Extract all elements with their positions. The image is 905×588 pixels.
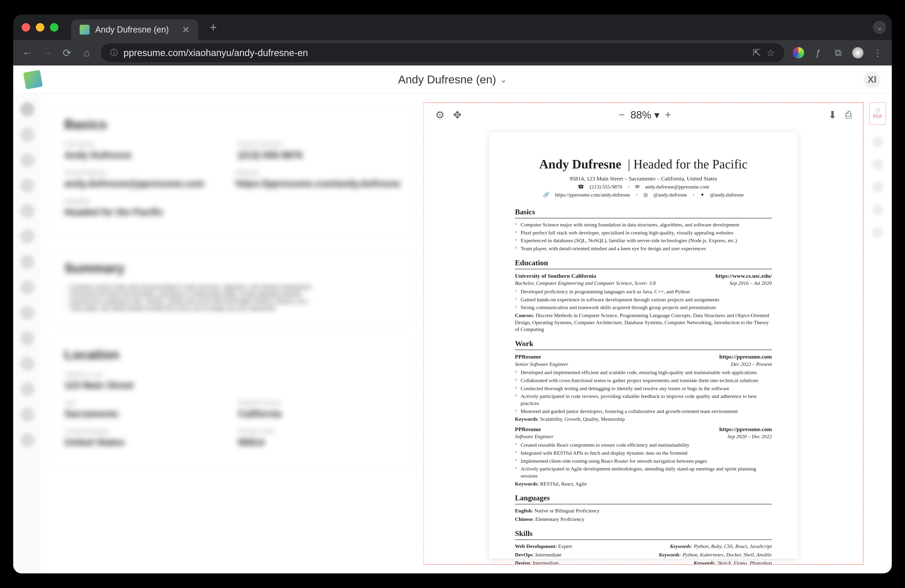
maximize-window-button[interactable] bbox=[50, 23, 59, 32]
rail-item[interactable] bbox=[20, 230, 34, 244]
address-bar: ← → ⟳ ⌂ ⓘ ppresume.com/xiaohanyu/andy-du… bbox=[13, 40, 892, 65]
resume-url: https://ppresume.com/andy.dufresne bbox=[555, 191, 630, 198]
bullet: Developed and implemented efficient and … bbox=[515, 369, 772, 376]
summary-bullet[interactable]: Team player, with detail-oriented mindse… bbox=[64, 305, 400, 311]
extension-icon[interactable]: ƒ bbox=[813, 47, 824, 59]
country-field[interactable]: United States bbox=[64, 437, 227, 448]
close-tab-icon[interactable]: ✕ bbox=[182, 24, 190, 35]
field-label: Full Name bbox=[64, 140, 227, 148]
document-title-dropdown[interactable]: Andy Dufresne (en) ⌄ bbox=[41, 73, 864, 86]
close-window-button[interactable] bbox=[22, 23, 30, 32]
rail-item[interactable] bbox=[20, 331, 34, 346]
browser-tab[interactable]: Andy Dufresne (en) ✕ bbox=[71, 19, 198, 40]
rail-item[interactable] bbox=[20, 128, 34, 142]
summary-bullet[interactable]: Pixel perfect full stack web developer, … bbox=[64, 291, 400, 297]
right-rail-item[interactable] bbox=[872, 204, 883, 215]
rail-item[interactable] bbox=[20, 306, 34, 320]
phone-field[interactable]: (213) 555-9876 bbox=[238, 150, 400, 160]
url-input[interactable]: ⓘ ppresume.com/xiaohanyu/andy-dufresne-e… bbox=[101, 43, 784, 62]
card-title: Location bbox=[64, 347, 400, 362]
headline-field[interactable]: Headed for the Pacific bbox=[64, 207, 400, 217]
rail-item[interactable] bbox=[20, 382, 34, 396]
preview-scroll[interactable]: Andy Dufresne | Headed for the Pacific 9… bbox=[424, 127, 863, 564]
rail-item[interactable] bbox=[20, 204, 34, 218]
zoom-level[interactable]: 88% ▾ bbox=[630, 109, 659, 121]
workspace: Basics Full NameAndy Dufresne Phone Numb… bbox=[13, 94, 892, 574]
city-field[interactable]: Sacramento bbox=[64, 409, 227, 419]
work-dates: Sep 2020 – Dec 2022 bbox=[727, 433, 772, 440]
zoom-out-icon[interactable]: − bbox=[619, 109, 625, 120]
rail-item[interactable] bbox=[20, 153, 34, 167]
zoom-in-icon[interactable]: + bbox=[665, 109, 671, 120]
profile-avatar-icon[interactable] bbox=[852, 47, 864, 59]
section-title-skills: Skills bbox=[515, 528, 772, 540]
state-field[interactable]: California bbox=[238, 409, 400, 419]
browser-menu-icon[interactable]: ⋮ bbox=[872, 47, 883, 59]
download-icon[interactable]: ⬇ bbox=[828, 109, 837, 121]
settings-icon[interactable]: ⚙ bbox=[435, 109, 445, 121]
edu-school: University of Southern California bbox=[515, 272, 596, 280]
tab-overflow-button[interactable]: ⌄ bbox=[873, 21, 886, 34]
website-field[interactable]: https://ppresume.com/andy.dufresne bbox=[236, 178, 400, 189]
extension-icon[interactable] bbox=[793, 47, 804, 59]
resume-handle: @andy.dufresne bbox=[654, 191, 687, 198]
card-title: Basics bbox=[64, 117, 400, 132]
rail-item[interactable] bbox=[20, 255, 34, 269]
pdf-icon: 📄 bbox=[875, 108, 881, 114]
rail-item[interactable] bbox=[20, 357, 34, 371]
pdf-label: PDF bbox=[873, 114, 882, 119]
app-logo[interactable] bbox=[23, 70, 43, 89]
summary-bullet[interactable]: Experienced in databases (SQL, NoSQL), f… bbox=[64, 298, 400, 304]
rail-item[interactable] bbox=[20, 179, 34, 193]
user-avatar[interactable]: XI bbox=[864, 71, 881, 88]
work-role: Senior Software Engineer bbox=[515, 361, 568, 368]
section-title-languages: Languages bbox=[515, 493, 772, 504]
site-info-icon[interactable]: ⓘ bbox=[110, 48, 118, 58]
summary-bullet[interactable]: Computer Science major with strong found… bbox=[64, 284, 400, 290]
summary-card: Summary Computer Science major with stro… bbox=[53, 249, 412, 324]
new-tab-button[interactable]: + bbox=[204, 20, 222, 34]
rail-item[interactable] bbox=[20, 281, 34, 295]
rail-item[interactable] bbox=[20, 433, 34, 447]
social-icon: ◎ bbox=[643, 191, 648, 198]
bullet: Developed proficiency in programming lan… bbox=[515, 288, 772, 295]
bullet: Conducted thorough testing and debugging… bbox=[515, 385, 772, 392]
back-button[interactable]: ← bbox=[22, 47, 33, 59]
skill-row: DevOps: Intermediate Keywords: Python, K… bbox=[515, 551, 772, 558]
full-name-field[interactable]: Andy Dufresne bbox=[64, 150, 227, 160]
extensions-menu-icon[interactable]: ⧉ bbox=[832, 47, 844, 59]
bullet: Gained hands-on experience in software d… bbox=[515, 296, 772, 303]
rail-item[interactable] bbox=[20, 407, 34, 422]
app-header: Andy Dufresne (en) ⌄ XI bbox=[13, 65, 892, 94]
email-field[interactable]: andy.dufresne@ppresume.com bbox=[64, 178, 224, 189]
bookmark-icon[interactable]: ☆ bbox=[767, 48, 775, 58]
open-external-icon[interactable]: ⇱ bbox=[753, 48, 761, 58]
export-pdf-button[interactable]: 📄 PDF bbox=[869, 102, 886, 125]
right-rail: 📄 PDF bbox=[864, 94, 892, 574]
address-field[interactable]: 123 Main Street bbox=[64, 380, 400, 391]
forward-button[interactable]: → bbox=[41, 47, 53, 59]
reload-button[interactable]: ⟳ bbox=[61, 47, 73, 59]
email-icon: ✉ bbox=[635, 183, 639, 190]
separator: • bbox=[628, 183, 630, 190]
right-rail-item[interactable] bbox=[872, 159, 883, 170]
bullet: Actively participated in Agile developme… bbox=[515, 465, 772, 479]
minimize-window-button[interactable] bbox=[36, 23, 44, 32]
right-rail-item[interactable] bbox=[872, 227, 883, 238]
work-keywords: Keywords: Scalability, Growth, Quality, … bbox=[515, 415, 772, 423]
move-icon[interactable]: ✥ bbox=[453, 109, 462, 121]
tab-title: Andy Dufresne (en) bbox=[95, 25, 176, 35]
bullet: Team player, with detail-oriented mindse… bbox=[515, 245, 772, 252]
field-label: City bbox=[64, 399, 227, 407]
section-title-education: Education bbox=[515, 258, 772, 269]
right-rail-item[interactable] bbox=[872, 136, 883, 147]
print-icon[interactable]: ⎙ bbox=[845, 109, 851, 120]
link-icon: 🔗 bbox=[543, 191, 549, 198]
bullet: Pixel perfect full stack web developer, … bbox=[515, 229, 772, 236]
postal-field[interactable]: 95814 bbox=[238, 437, 400, 448]
right-rail-item[interactable] bbox=[872, 181, 883, 193]
skill-row: Web Development: Expert Keywords: Python… bbox=[515, 543, 772, 550]
home-button[interactable]: ⌂ bbox=[81, 47, 92, 59]
tab-favicon bbox=[79, 25, 90, 35]
rail-item[interactable] bbox=[20, 102, 34, 116]
